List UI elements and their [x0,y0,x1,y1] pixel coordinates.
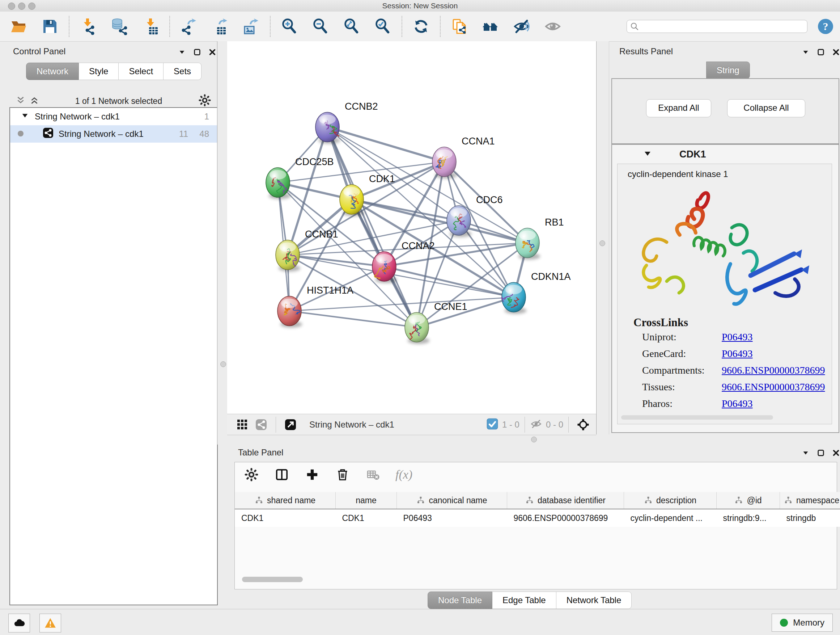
crosslink-link[interactable]: 9606.ENSP00000378699 [722,381,825,393]
tab-sets[interactable]: Sets [164,63,202,80]
network-collection-row[interactable]: String Network – cdk1 1 [10,108,217,125]
delete-column-icon[interactable] [335,467,351,483]
memory-button[interactable]: Memory [772,614,833,632]
tab-style[interactable]: Style [79,63,118,80]
selected-checkbox-icon[interactable] [486,418,499,432]
export-table-button[interactable] [210,17,229,36]
column-header-namespace[interactable]: namespace [780,492,840,509]
network-row[interactable]: String Network – cdk1 11 48 [10,125,217,143]
table-hscrollbar[interactable] [242,577,303,582]
edge-CCNB2-CCNA1[interactable] [327,127,444,162]
results-panel-title: Results Panel [619,46,673,57]
table-cell[interactable]: stringdb:9... [717,509,780,527]
collapse-panel-icon[interactable] [178,48,186,57]
crosslink-link[interactable]: P06493 [722,398,753,409]
tab-node-table[interactable]: Node Table [428,592,493,609]
node-CCNE1[interactable]: CCNE1 [405,301,467,344]
birds-eye-crosshair-icon[interactable] [574,415,592,434]
grid-view-icon[interactable] [233,415,252,434]
show-columns-icon[interactable] [274,467,290,483]
column-header--id[interactable]: @id [717,492,780,509]
collapse-panel-icon[interactable] [802,449,810,458]
right-splitter-handle[interactable] [600,241,605,246]
node-table[interactable]: shared namenamecanonical namedatabase id… [235,492,840,527]
node-RB1[interactable]: RB1 [515,217,564,260]
table-cell[interactable]: 9606.ENSP00000378699 [507,509,624,527]
close-panel-icon[interactable] [832,48,840,57]
close-panel-icon[interactable] [208,48,216,57]
edge-HIST1H1A-CCNE1[interactable] [289,311,417,327]
edge-CCNB2-CCNE1[interactable] [327,127,417,327]
zoom-out-button[interactable] [311,17,330,36]
collapse-all-button[interactable]: Collapse All [727,99,805,117]
import-database-button[interactable] [110,17,129,36]
import-network-button[interactable] [79,17,98,36]
table-cell[interactable]: stringdb [780,509,840,527]
zoom-selected-button[interactable] [373,17,392,36]
left-splitter-handle[interactable] [220,361,226,367]
edge-CCNB2-RB1[interactable] [327,127,527,243]
zoom-fit-button[interactable] [342,17,361,36]
export-network-icon [180,18,197,35]
crosslink-link[interactable]: 9606.ENSP00000378699 [722,364,825,376]
hide-selected-button[interactable] [512,17,531,36]
close-panel-icon[interactable] [832,449,840,458]
column-header-database-identifier[interactable]: database identifier [507,492,624,509]
control-panel-title: Control Panel [13,46,65,57]
import-table-button[interactable] [141,17,160,36]
network-share-view-icon[interactable] [252,415,271,434]
open-in-window-icon[interactable] [281,415,300,434]
edge-CCNB1-CCNA2[interactable] [287,255,384,266]
results-hscrollbar[interactable] [621,415,773,420]
column-header-name[interactable]: name [336,492,397,509]
crosslink-link[interactable]: P06493 [722,348,753,359]
help-button[interactable]: ? [816,17,835,36]
table-cell[interactable]: CDK1 [336,509,397,527]
table-options-gear-icon[interactable] [243,467,259,483]
column-header-canonical-name[interactable]: canonical name [397,492,507,509]
expand-all-button[interactable]: Expand All [646,99,711,117]
right-splitter[interactable] [596,41,609,445]
table-row[interactable]: CDK1CDK1P064939606.ENSP00000378699cyclin… [235,509,840,527]
zoom-in-button[interactable] [280,17,299,36]
add-column-icon[interactable] [304,467,320,483]
export-image-button[interactable] [242,17,261,36]
float-panel-icon[interactable] [817,449,825,458]
float-panel-icon[interactable] [193,48,201,57]
crosslink-link[interactable]: P06493 [722,331,753,342]
collection-expander-icon[interactable] [21,111,29,122]
network-canvas[interactable]: CCNB2CCNA1CDC25BCDK1CDC6RB1CCNB1CCNA2CDK… [227,41,596,414]
node-CCNB2[interactable]: CCNB2 [316,101,378,144]
tab-network[interactable]: Network [26,63,79,80]
node-CDKN1A[interactable]: CDKN1A [502,271,571,314]
float-panel-icon[interactable] [817,48,825,57]
search-input[interactable] [627,20,807,33]
tab-string[interactable]: String [706,62,750,79]
cloud-status-button[interactable] [8,614,30,632]
copy-network-button[interactable] [450,17,469,36]
tab-network-table[interactable]: Network Table [556,592,632,609]
network-options-gear-icon[interactable] [198,94,211,108]
column-header-shared-name[interactable]: shared name [235,492,336,509]
horizontal-splitter-handle[interactable] [531,437,537,442]
open-session-button[interactable] [9,17,28,36]
collapse-panel-icon[interactable] [802,48,810,57]
table-cell[interactable]: P06493 [397,509,507,527]
show-all-button[interactable] [543,17,562,36]
node-CCNA1[interactable]: CCNA1 [432,136,495,179]
warnings-button[interactable] [39,614,61,632]
protein-expander-icon[interactable] [643,149,652,159]
collapse-all-networks-icon[interactable] [16,96,25,106]
horizontal-splitter[interactable] [227,434,840,445]
refresh-layout-button[interactable] [412,17,431,36]
table-cell[interactable]: CDK1 [235,509,336,527]
string-home-button[interactable] [481,17,500,36]
table-cell[interactable]: cyclin-dependent ... [624,509,717,527]
tab-edge-table[interactable]: Edge Table [493,592,556,609]
save-session-button[interactable] [41,17,59,36]
tab-select[interactable]: Select [118,63,164,80]
export-network-button[interactable] [180,17,198,36]
expand-all-networks-icon[interactable] [30,96,39,106]
node-label-HIST1H1A: HIST1H1A [307,285,354,296]
column-header-description[interactable]: description [624,492,717,509]
